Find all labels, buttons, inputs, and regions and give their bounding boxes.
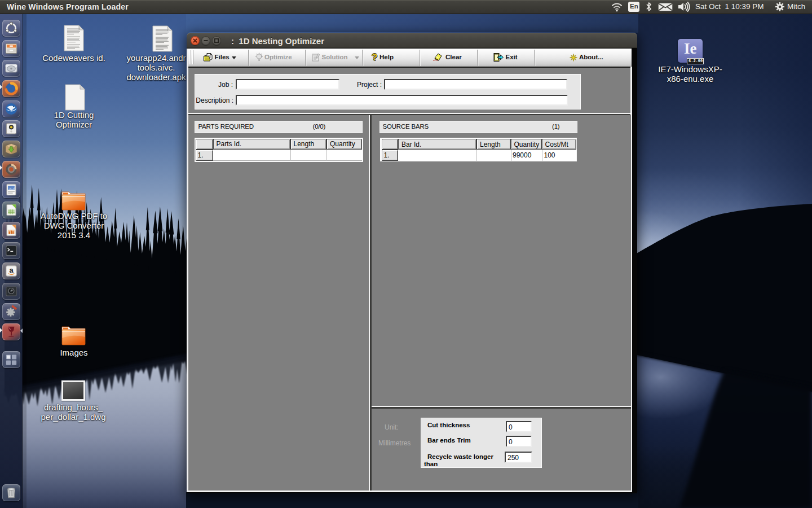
svg-text:a: a xyxy=(9,266,14,274)
